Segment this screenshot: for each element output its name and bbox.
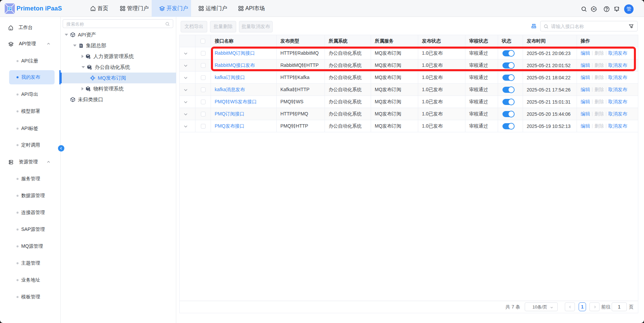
svg-text:AI: AI — [593, 8, 595, 10]
svg-text:P: P — [9, 7, 11, 11]
